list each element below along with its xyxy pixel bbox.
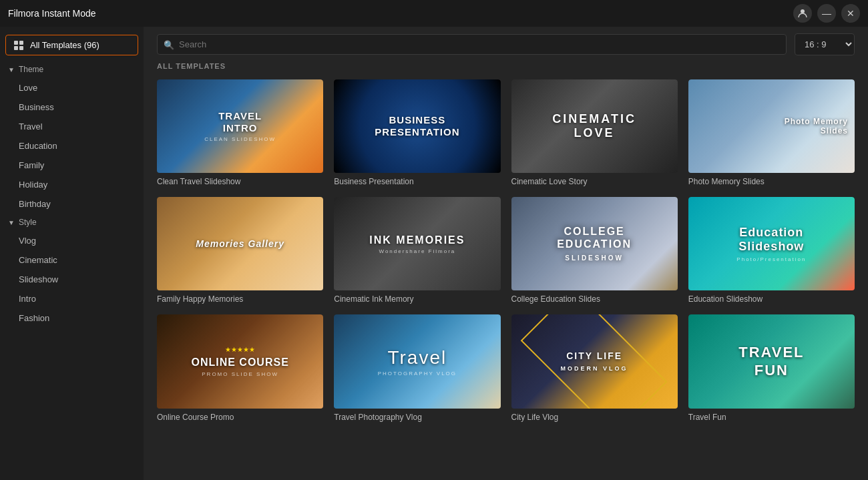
thumb-text-main: CITY LIFEMODERN VLOG	[561, 350, 628, 373]
close-button[interactable]: ✕	[841, 4, 860, 23]
search-input[interactable]	[157, 34, 787, 55]
search-icon: 🔍	[164, 39, 174, 49]
sidebar-item-holiday[interactable]: Holiday	[0, 175, 144, 194]
template-thumb-travel-photo: Travel PHOTOGRAPHY VLOG	[334, 314, 500, 408]
search-container: 🔍	[157, 34, 787, 55]
chevron-down-icon-style: ▼	[8, 219, 15, 226]
thumb-overlay: Photo MemorySlides	[688, 79, 855, 173]
template-thumb-citylife: CITY LIFEMODERN VLOG	[511, 314, 678, 408]
content-area: 🔍 16 : 9 9 : 16 1 : 1 4 : 3 ALL TEMPLATE…	[144, 27, 868, 480]
template-card-photo-memory[interactable]: Photo MemorySlides Photo Memory Slides	[688, 79, 855, 186]
thumb-overlay: TRAVELFUN	[688, 314, 855, 408]
template-name: Clean Travel Slideshow	[157, 177, 323, 186]
main-layout: All Templates (96) ▼ Theme Love Business…	[0, 27, 868, 480]
template-name: Photo Memory Slides	[688, 177, 855, 186]
template-name: Family Happy Memories	[157, 294, 323, 304]
thumb-overlay: CINEMATICLOVE	[511, 79, 678, 173]
toolbar: 🔍 16 : 9 9 : 16 1 : 1 4 : 3	[144, 27, 868, 62]
theme-section-header[interactable]: ▼ Theme	[0, 61, 144, 78]
thumb-overlay: TRAVELINTRO CLEAN SLIDESHOW	[157, 79, 323, 173]
app-title: Filmora Instant Mode	[8, 8, 96, 19]
template-name: Business Presentation	[334, 177, 500, 186]
template-card-online-course[interactable]: ★★★★★ ONLINE COURSE PROMO SLIDE SHOW Onl…	[157, 314, 323, 421]
template-name: Cinematic Love Story	[511, 177, 678, 186]
template-name: Education Slideshow	[688, 294, 855, 304]
profile-button[interactable]	[793, 4, 812, 23]
sidebar-item-travel[interactable]: Travel	[0, 117, 144, 136]
template-card-edu-slideshow[interactable]: EducationSlideshow Photo/Presentation Ed…	[688, 197, 855, 304]
template-thumb-education: EducationSlideshow Photo/Presentation	[688, 197, 855, 290]
template-thumb-online: ★★★★★ ONLINE COURSE PROMO SLIDE SHOW	[157, 314, 323, 408]
thumb-text-main: CINEMATICLOVE	[552, 112, 636, 141]
style-section-header[interactable]: ▼ Style	[0, 214, 144, 231]
sidebar-item-birthday[interactable]: Birthday	[0, 194, 144, 214]
template-thumb-ink: INK MEMORIES Wondershare Filmora	[334, 197, 500, 290]
thumb-text-sub: Wondershare Filmora	[379, 248, 455, 254]
templates-grid: TRAVELINTRO CLEAN SLIDESHOW Clean Travel…	[157, 79, 855, 422]
template-thumb-cinematic: CINEMATICLOVE	[511, 79, 678, 173]
sidebar-item-vlog[interactable]: Vlog	[0, 231, 144, 250]
sidebar-item-love[interactable]: Love	[0, 78, 144, 97]
thumb-text-main: TRAVELINTRO	[218, 110, 262, 134]
template-thumb-family: Memories Gallery	[157, 197, 323, 290]
thumb-overlay: Memories Gallery	[157, 197, 323, 290]
sidebar-item-family[interactable]: Family	[0, 156, 144, 175]
svg-rect-2	[19, 41, 23, 45]
template-thumb-photo: Photo MemorySlides	[688, 79, 855, 173]
template-card-family-happy[interactable]: Memories Gallery Family Happy Memories	[157, 197, 323, 304]
template-card-travel-fun[interactable]: TRAVELFUN Travel Fun	[688, 314, 855, 421]
template-thumb-business: BUSINESSPRESENTATION	[334, 79, 500, 173]
thumb-text-main: COLLEGEEDUCATIONSLIDESHOW	[557, 225, 632, 264]
sidebar-item-slideshow[interactable]: Slideshow	[0, 270, 144, 289]
minimize-button[interactable]: —	[817, 4, 836, 23]
template-card-college-edu[interactable]: COLLEGEEDUCATIONSLIDESHOW College Educat…	[511, 197, 678, 304]
thumb-text-main: BUSINESSPRESENTATION	[375, 114, 459, 138]
thumb-overlay: Travel PHOTOGRAPHY VLOG	[334, 314, 500, 408]
template-card-clean-travel[interactable]: TRAVELINTRO CLEAN SLIDESHOW Clean Travel…	[157, 79, 323, 186]
template-name: Cinematic Ink Memory	[334, 294, 500, 304]
sidebar-item-fashion[interactable]: Fashion	[0, 308, 144, 328]
svg-rect-3	[14, 46, 18, 50]
thumb-text-sub: PHOTOGRAPHY VLOG	[378, 371, 457, 377]
templates-container: ALL TEMPLATES TRAVELINTRO CLEAN SLIDESHO…	[144, 62, 868, 480]
thumb-overlay: INK MEMORIES Wondershare Filmora	[334, 197, 500, 290]
all-templates-button[interactable]: All Templates (96)	[5, 35, 138, 55]
stars-decoration: ★★★★★	[225, 346, 255, 353]
sidebar-item-cinematic[interactable]: Cinematic	[0, 250, 144, 270]
template-name: Online Course Promo	[157, 413, 323, 422]
template-name: Travel Fun	[688, 413, 855, 422]
sidebar-item-intro[interactable]: Intro	[0, 289, 144, 308]
thumb-text-sub: Photo/Presentation	[736, 256, 806, 262]
template-thumb-clean-travel: TRAVELINTRO CLEAN SLIDESHOW	[157, 79, 323, 173]
sidebar-item-business[interactable]: Business	[0, 97, 144, 117]
thumb-text-main: Memories Gallery	[196, 238, 284, 250]
thumb-overlay: BUSINESSPRESENTATION	[334, 79, 500, 173]
section-label: ALL TEMPLATES	[157, 62, 855, 70]
aspect-ratio-select[interactable]: 16 : 9 9 : 16 1 : 1 4 : 3	[795, 33, 855, 55]
template-name: City Life Vlog	[511, 413, 678, 422]
thumb-text-main: Travel	[387, 346, 447, 369]
thumb-text-main: EducationSlideshow	[738, 226, 804, 254]
sidebar-item-education[interactable]: Education	[0, 136, 144, 156]
template-thumb-college: COLLEGEEDUCATIONSLIDESHOW	[511, 197, 678, 290]
thumb-overlay: COLLEGEEDUCATIONSLIDESHOW	[511, 197, 678, 290]
thumb-text-sub: PROMO SLIDE SHOW	[202, 371, 278, 377]
template-card-cinematic-ink[interactable]: INK MEMORIES Wondershare Filmora Cinemat…	[334, 197, 500, 304]
template-card-city-life[interactable]: CITY LIFEMODERN VLOG City Life Vlog	[511, 314, 678, 421]
style-section-label: Style	[19, 218, 37, 227]
thumb-text-sub: CLEAN SLIDESHOW	[204, 136, 276, 142]
thumb-overlay: CITY LIFEMODERN VLOG	[511, 314, 678, 408]
template-card-cinematic-love[interactable]: CINEMATICLOVE Cinematic Love Story	[511, 79, 678, 186]
thumb-overlay: ★★★★★ ONLINE COURSE PROMO SLIDE SHOW	[157, 314, 323, 408]
thumb-text-main: ONLINE COURSE	[191, 356, 288, 369]
window-controls: — ✕	[793, 4, 860, 23]
template-card-travel-photo[interactable]: Travel PHOTOGRAPHY VLOG Travel Photograp…	[334, 314, 500, 421]
svg-rect-4	[19, 46, 23, 50]
sidebar: All Templates (96) ▼ Theme Love Business…	[0, 27, 144, 480]
titlebar: Filmora Instant Mode — ✕	[0, 0, 868, 27]
template-card-business-pres[interactable]: BUSINESSPRESENTATION Business Presentati…	[334, 79, 500, 186]
svg-point-0	[801, 9, 805, 13]
thumb-text-main: INK MEMORIES	[369, 234, 465, 246]
template-name: Travel Photography Vlog	[334, 413, 500, 422]
template-thumb-travelfun: TRAVELFUN	[688, 314, 855, 408]
